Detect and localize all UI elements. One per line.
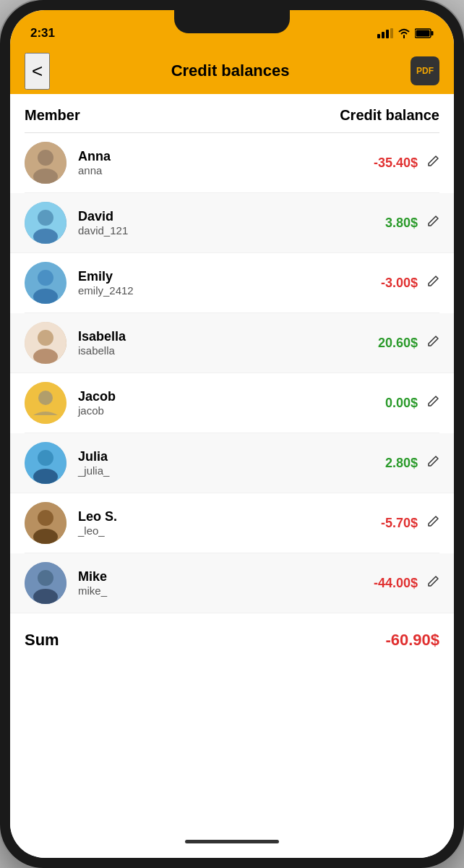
svg-point-17	[38, 330, 53, 346]
table-row: Jacob jacob 0.00$	[25, 373, 439, 433]
member-username: jacob	[78, 404, 385, 417]
balance-area: -5.70$	[381, 515, 439, 532]
status-icons	[377, 28, 434, 38]
svg-point-26	[33, 529, 58, 544]
balance-area: -44.00$	[374, 575, 439, 592]
svg-point-29	[33, 589, 58, 604]
pdf-button[interactable]: PDF	[411, 56, 439, 85]
member-info: Leo S. _leo_	[78, 509, 381, 537]
avatar	[25, 442, 66, 484]
member-info: Jacob jacob	[78, 389, 385, 417]
phone-frame: 2:31	[0, 0, 464, 868]
balance-area: -35.40$	[374, 155, 439, 171]
balance-amount: 2.80$	[385, 456, 418, 471]
svg-point-14	[38, 270, 53, 286]
edit-icon[interactable]	[426, 275, 439, 292]
table-row: Anna anna -35.40$	[25, 133, 439, 193]
table-row: David david_121 3.80$	[10, 193, 454, 253]
balance-area: 3.80$	[385, 215, 439, 231]
svg-point-28	[38, 570, 53, 586]
avatar	[25, 382, 66, 424]
member-username: anna	[78, 164, 374, 176]
member-info: David david_121	[78, 209, 385, 237]
home-indicator	[185, 840, 279, 843]
member-name: Isabella	[78, 329, 378, 344]
back-button[interactable]: <	[25, 53, 50, 90]
balance-amount: 20.60$	[378, 336, 418, 351]
balance-amount: -44.00$	[374, 576, 418, 591]
members-list: Anna anna -35.40$ David david_121 3.8	[25, 133, 439, 613]
member-name: Mike	[78, 569, 374, 584]
edit-icon[interactable]	[426, 515, 439, 532]
avatar	[25, 202, 66, 244]
signal-icon	[377, 28, 393, 38]
balance-area: 0.00$	[385, 395, 439, 412]
member-username: _leo_	[78, 524, 381, 537]
member-name: Julia	[78, 449, 385, 464]
balance-amount: -5.70$	[381, 516, 418, 531]
table-row: Mike mike_ -44.00$	[10, 553, 454, 613]
svg-point-22	[38, 450, 53, 466]
avatar	[25, 262, 66, 304]
svg-point-20	[38, 391, 53, 405]
sum-row: Sum -60.90$	[25, 613, 439, 661]
member-name: David	[78, 209, 385, 224]
member-username: emily_2412	[78, 284, 381, 297]
notch	[174, 10, 290, 33]
svg-point-23	[33, 469, 58, 484]
svg-rect-3	[390, 28, 393, 38]
member-info: Anna anna	[78, 149, 374, 176]
svg-rect-5	[431, 31, 434, 35]
svg-point-9	[33, 169, 58, 184]
edit-icon[interactable]	[426, 455, 439, 472]
member-username: _julia_	[78, 464, 385, 477]
edit-icon[interactable]	[426, 335, 439, 352]
svg-point-25	[38, 510, 53, 526]
avatar	[25, 562, 66, 604]
balance-area: 2.80$	[385, 455, 439, 472]
member-name: Emily	[78, 269, 381, 284]
svg-rect-0	[377, 34, 380, 38]
table-header: Member Credit balance	[25, 94, 439, 133]
balance-amount: 0.00$	[385, 396, 418, 411]
header: < Credit balances PDF	[10, 48, 454, 94]
sum-amount: -60.90$	[385, 631, 439, 650]
content-area: Member Credit balance Anna anna -35.40$	[10, 94, 454, 858]
svg-rect-2	[386, 30, 389, 38]
balance-area: 20.60$	[378, 335, 439, 352]
table-row: Leo S. _leo_ -5.70$	[25, 493, 439, 553]
sum-label: Sum	[25, 631, 59, 650]
svg-rect-1	[382, 32, 384, 38]
member-name: Leo S.	[78, 509, 381, 524]
status-time: 2:31	[30, 26, 55, 41]
member-name: Jacob	[78, 389, 385, 404]
member-info: Emily emily_2412	[78, 269, 381, 297]
balance-column-header: Credit balance	[340, 107, 439, 124]
balance-amount: -3.00$	[381, 276, 418, 291]
member-info: Mike mike_	[78, 569, 374, 597]
edit-icon[interactable]	[426, 575, 439, 592]
svg-rect-6	[416, 30, 430, 37]
table-row: Emily emily_2412 -3.00$	[25, 253, 439, 313]
avatar	[25, 502, 66, 544]
member-username: mike_	[78, 584, 374, 597]
page-title: Credit balances	[171, 61, 290, 80]
avatar	[25, 142, 66, 184]
svg-point-11	[38, 210, 53, 226]
svg-point-18	[33, 349, 58, 364]
avatar	[25, 322, 66, 364]
edit-icon[interactable]	[426, 395, 439, 412]
balance-amount: 3.80$	[385, 216, 418, 231]
svg-point-15	[33, 289, 58, 304]
member-info: Isabella isabella	[78, 329, 378, 357]
member-username: david_121	[78, 224, 385, 237]
edit-icon[interactable]	[426, 215, 439, 231]
member-info: Julia _julia_	[78, 449, 385, 477]
member-username: isabella	[78, 344, 378, 357]
balance-area: -3.00$	[381, 275, 439, 292]
table-row: Isabella isabella 20.60$	[10, 313, 454, 373]
edit-icon[interactable]	[426, 155, 439, 171]
balance-amount: -35.40$	[374, 156, 418, 171]
member-column-header: Member	[25, 107, 80, 124]
phone-screen: 2:31	[10, 10, 454, 858]
